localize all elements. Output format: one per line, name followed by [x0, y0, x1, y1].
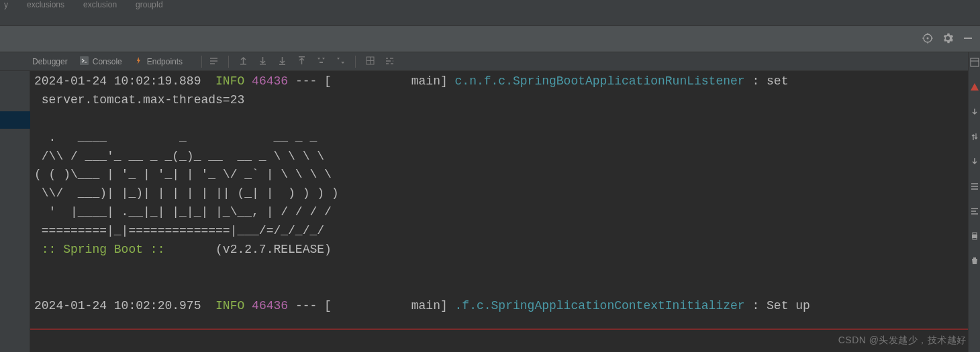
minimize-icon[interactable]	[963, 33, 973, 46]
log-timestamp: 2024-01-24 10:02:19.889	[34, 74, 201, 88]
separator	[228, 56, 229, 68]
log-thread: main]	[332, 299, 455, 312]
svg-rect-9	[260, 64, 266, 65]
svg-rect-6	[964, 38, 972, 39]
svg-rect-11	[299, 56, 305, 58]
console-toolbar	[201, 56, 395, 68]
banner-line: ( ( )\___ | '_ | '_| | '_ \/ _` | \ \ \ …	[34, 168, 332, 181]
console-icon	[80, 56, 89, 67]
banner-line: ' |____| .__|_| |_|_| |_\__, | / / / /	[34, 205, 332, 219]
log-timestamp: 2024-01-24 10:02:20.975	[34, 299, 201, 312]
error-stripe	[30, 329, 968, 330]
gear-icon[interactable]	[942, 33, 953, 46]
svg-rect-8	[240, 64, 246, 65]
log-pid: 46436	[252, 74, 288, 88]
crumb[interactable]: exclusion	[83, 0, 117, 9]
tab-label: Debugger	[32, 57, 68, 66]
crumb[interactable]: groupId	[136, 0, 163, 9]
svg-rect-15	[971, 58, 979, 66]
log-class: c.n.f.c.SpringBootApplicationRunListener	[455, 74, 745, 88]
layout-icon[interactable]	[970, 58, 979, 69]
up-arrow-icon[interactable]	[297, 56, 307, 68]
console-output[interactable]: 2024-01-24 10:02:19.889 INFO 46436 --- […	[30, 71, 980, 352]
banner-line: \\/ ___)| |_)| | | | | || (_| | ) ) ) )	[34, 186, 339, 200]
up-stack-icon[interactable]	[238, 56, 248, 68]
soft-wrap-icon[interactable]	[209, 56, 219, 68]
list-icon[interactable]	[970, 182, 979, 193]
log-pid: 46436	[252, 299, 288, 312]
arrow-down-icon[interactable]	[970, 107, 979, 119]
log-text: --- [	[288, 299, 332, 312]
watermark-text: CSDN @头发越少，技术越好	[838, 335, 967, 347]
down-arrow-icon[interactable]	[258, 56, 268, 68]
svg-rect-18	[973, 233, 977, 235]
log-text: --- [	[288, 74, 332, 88]
filter-icon[interactable]	[336, 56, 346, 68]
log-level: INFO	[215, 74, 244, 88]
banner-version: (v2.2.7.RELEASE)	[164, 243, 331, 256]
settings-icon[interactable]	[385, 56, 395, 68]
crumb[interactable]: y	[4, 0, 8, 9]
log-message: : set	[745, 74, 789, 88]
banner-line: . ____ _ __ _ _	[34, 131, 317, 144]
warning-icon[interactable]	[970, 82, 979, 94]
log-message: : Set up	[745, 299, 810, 312]
trash-icon[interactable]	[970, 256, 979, 268]
gutter-highlight	[0, 111, 30, 129]
tab-endpoints[interactable]: Endpoints	[134, 56, 183, 67]
crumb[interactable]: exclusions	[27, 0, 64, 9]
tool-window-header	[0, 25, 980, 52]
console-left-gutter	[0, 71, 30, 352]
arrow-down-icon[interactable]	[970, 157, 979, 168]
tab-label: Console	[93, 57, 122, 66]
editor-spacer	[0, 12, 980, 25]
console-panel: 2024-01-24 10:02:19.889 INFO 46436 --- […	[0, 71, 980, 352]
endpoints-icon	[134, 56, 143, 67]
target-icon[interactable]	[922, 33, 933, 46]
tab-label: Endpoints	[147, 57, 183, 66]
banner-line: /\\ / ___'_ __ _ _(_)_ __ __ _ \ \ \ \	[34, 150, 324, 163]
tab-console[interactable]: Console	[80, 56, 122, 67]
svg-rect-19	[973, 237, 977, 239]
list-icon[interactable]	[970, 207, 979, 218]
banner-line: =========|_|==============|___/=/_/_/_/	[34, 224, 324, 237]
filter-icon[interactable]	[316, 56, 326, 68]
run-tabs-row: Debugger Console Endpoints	[0, 52, 980, 71]
svg-point-1	[927, 37, 929, 39]
tab-debugger[interactable]: Debugger	[32, 57, 68, 66]
svg-rect-10	[279, 64, 285, 65]
grid-icon[interactable]	[365, 56, 375, 68]
separator	[355, 56, 356, 68]
right-gutter-rail	[968, 52, 980, 352]
down-arrow-icon[interactable]	[277, 56, 287, 68]
arrow-up-down-icon[interactable]	[970, 132, 979, 143]
log-level: INFO	[215, 299, 244, 312]
banner-line: :: Spring Boot ::	[34, 243, 164, 256]
breadcrumb-bar: y exclusions exclusion groupId	[0, 0, 980, 12]
log-class: .f.c.SpringApplicationContextInitializer	[455, 299, 745, 312]
log-message: server.tomcat.max-threads=23	[34, 93, 244, 107]
log-thread: main]	[332, 74, 455, 88]
print-icon[interactable]	[970, 231, 979, 243]
